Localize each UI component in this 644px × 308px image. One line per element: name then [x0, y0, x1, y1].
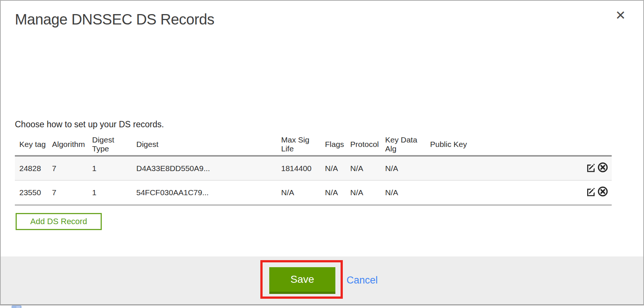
row-actions	[581, 156, 612, 180]
cancel-link[interactable]: Cancel	[347, 275, 378, 286]
page-title: Manage DNSSEC DS Records	[15, 11, 214, 28]
cell-digest: D4A33E8DD550A9...	[132, 156, 277, 180]
cell-max-sig-life: N/A	[277, 180, 321, 205]
col-header-algorithm: Algorithm	[48, 134, 88, 156]
col-header-public-key: Public Key	[426, 134, 581, 156]
page-behind-fragment	[16, 306, 20, 308]
col-header-digest: Digest	[132, 134, 277, 156]
add-ds-record-button[interactable]: Add DS Record	[16, 213, 102, 230]
cell-protocol: N/A	[346, 156, 381, 180]
cell-key-data-alg: N/A	[381, 156, 426, 180]
save-button[interactable]: Save	[269, 267, 335, 294]
cell-public-key	[426, 156, 581, 180]
col-header-flags: Flags	[321, 134, 346, 156]
redacted-domain-name	[15, 94, 162, 109]
close-icon[interactable]: ✕	[615, 9, 626, 22]
cell-key-data-alg: N/A	[381, 180, 426, 205]
cell-key-tag: 23550	[15, 180, 48, 205]
cell-protocol: N/A	[346, 180, 381, 205]
subtitle-text: Choose how to set up your DS records.	[15, 119, 164, 130]
cell-max-sig-life: 1814400	[277, 156, 321, 180]
table-row: 23550 7 1 54FCF030AA1C79... N/A N/A N/A …	[15, 180, 612, 205]
dnssec-modal: Manage DNSSEC DS Records ✕ Choose how to…	[0, 0, 644, 305]
cell-flags: N/A	[321, 156, 346, 180]
col-header-actions	[581, 134, 612, 156]
col-header-key-tag: Key tag	[15, 134, 48, 156]
col-header-max-sig-life: Max Sig Life	[277, 134, 321, 156]
cell-digest-type: 1	[88, 180, 132, 205]
cell-digest-type: 1	[88, 156, 132, 180]
cell-key-tag: 24828	[15, 156, 48, 180]
cell-public-key	[426, 180, 581, 205]
col-header-protocol: Protocol	[346, 134, 381, 156]
table-header-row: Key tag Algorithm Digest Type Digest Max…	[15, 134, 612, 156]
cell-algorithm: 7	[48, 156, 88, 180]
cell-digest: 54FCF030AA1C79...	[132, 180, 277, 205]
delete-circle-icon[interactable]	[597, 162, 608, 175]
ds-records-table: Key tag Algorithm Digest Type Digest Max…	[15, 134, 612, 206]
modal-footer: Save Cancel	[1, 256, 643, 304]
delete-circle-icon[interactable]	[597, 186, 608, 199]
col-header-digest-type: Digest Type	[88, 134, 132, 156]
cell-flags: N/A	[321, 180, 346, 205]
edit-icon[interactable]	[585, 162, 596, 175]
col-header-key-data-alg: Key Data Alg	[381, 134, 426, 156]
table-row: 24828 7 1 D4A33E8DD550A9... 1814400 N/A …	[15, 156, 612, 180]
cell-algorithm: 7	[48, 180, 88, 205]
row-actions	[581, 180, 612, 205]
edit-icon[interactable]	[585, 186, 596, 199]
